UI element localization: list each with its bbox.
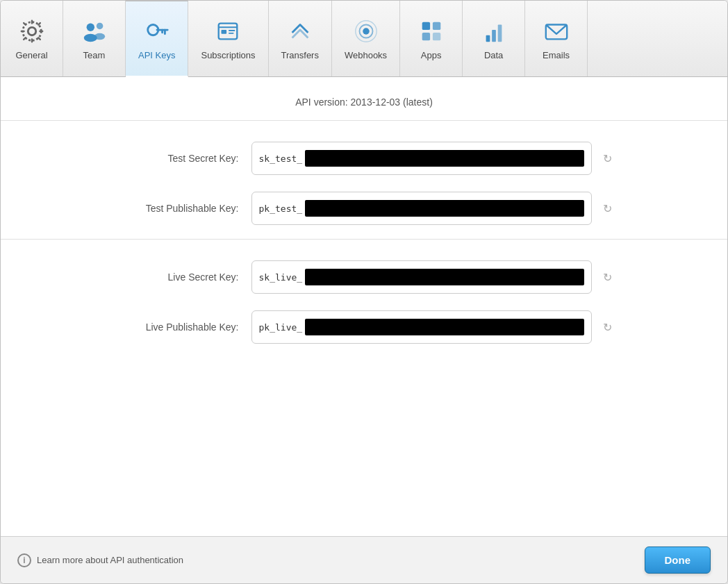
test-publishable-key-label: Test Publishable Key: xyxy=(113,203,251,214)
test-publishable-key-redacted xyxy=(305,200,584,217)
svg-rect-22 xyxy=(486,35,490,42)
live-publishable-key-input-container: pk_live_ xyxy=(251,310,592,344)
live-keys-section: Live Secret Key: sk_live_ ↻ Live Publish… xyxy=(1,240,727,358)
tab-webhooks[interactable]: Webhooks xyxy=(332,1,400,76)
live-publishable-key-prefix: pk_live_ xyxy=(259,322,303,333)
live-publishable-key-refresh-button[interactable]: ↻ xyxy=(599,319,616,335)
footer-info: i Learn more about API authentication xyxy=(17,553,183,567)
live-publishable-key-row: Live Publishable Key: pk_live_ ↻ xyxy=(1,310,727,344)
svg-rect-12 xyxy=(222,30,227,34)
team-icon xyxy=(80,17,109,46)
test-secret-key-row: Test Secret Key: sk_test_ ↻ xyxy=(1,142,727,175)
test-secret-key-prefix: sk_test_ xyxy=(259,153,303,164)
tab-emails[interactable]: Emails xyxy=(525,1,588,76)
test-secret-key-refresh-button[interactable]: ↻ xyxy=(599,151,616,167)
test-keys-section: Test Secret Key: sk_test_ ↻ Test Publish… xyxy=(1,121,727,240)
live-secret-key-redacted xyxy=(305,269,584,285)
tab-team-label: Team xyxy=(83,50,106,60)
tab-team[interactable]: Team xyxy=(63,1,126,76)
test-publishable-key-row: Test Publishable Key: pk_test_ ↻ xyxy=(1,192,727,225)
tab-data[interactable]: Data xyxy=(463,1,525,76)
tab-general[interactable]: General xyxy=(1,1,63,76)
test-publishable-key-refresh-button[interactable]: ↻ xyxy=(599,201,616,217)
tab-emails-label: Emails xyxy=(543,50,570,60)
info-icon: i xyxy=(17,553,31,567)
live-secret-key-prefix: sk_live_ xyxy=(259,272,303,283)
svg-point-15 xyxy=(363,28,370,35)
test-publishable-key-prefix: pk_test_ xyxy=(259,203,303,214)
key-icon xyxy=(142,17,172,46)
transfers-icon xyxy=(286,17,315,46)
api-version-text: API version: 2013-12-03 (latest) xyxy=(295,97,433,108)
svg-point-0 xyxy=(28,27,35,35)
tab-apps[interactable]: Apps xyxy=(400,1,463,76)
footer-info-text: Learn more about API authentication xyxy=(37,555,183,565)
test-secret-key-label: Test Secret Key: xyxy=(113,153,251,164)
svg-rect-18 xyxy=(422,22,429,30)
subscriptions-icon xyxy=(213,17,242,46)
svg-rect-23 xyxy=(492,30,496,42)
svg-rect-21 xyxy=(433,33,440,40)
svg-point-3 xyxy=(96,23,103,30)
tab-transfers-label: Transfers xyxy=(281,50,319,60)
main-content: API version: 2013-12-03 (latest) Test Se… xyxy=(1,77,727,536)
svg-rect-20 xyxy=(422,33,429,40)
live-publishable-key-label: Live Publishable Key: xyxy=(113,322,251,333)
tab-general-label: General xyxy=(15,50,47,60)
tab-subscriptions-label: Subscriptions xyxy=(201,50,255,60)
api-version-bar: API version: 2013-12-03 (latest) xyxy=(1,77,727,121)
live-secret-key-row: Live Secret Key: sk_live_ ↻ xyxy=(1,260,727,294)
tab-webhooks-label: Webhooks xyxy=(345,50,387,60)
test-publishable-key-input-container: pk_test_ xyxy=(251,192,592,225)
app-window: General Team xyxy=(0,0,728,584)
tab-transfers[interactable]: Transfers xyxy=(269,1,332,76)
webhooks-icon xyxy=(351,17,381,46)
done-button[interactable]: Done xyxy=(645,547,711,574)
footer-bar: i Learn more about API authentication Do… xyxy=(1,536,727,583)
svg-rect-24 xyxy=(497,25,502,42)
live-secret-key-refresh-button[interactable]: ↻ xyxy=(599,269,616,285)
emails-icon xyxy=(542,17,571,46)
svg-rect-19 xyxy=(433,22,440,30)
live-secret-key-input-container: sk_live_ xyxy=(251,260,592,294)
data-icon xyxy=(479,17,508,46)
nav-tabs: General Team xyxy=(1,1,727,77)
live-secret-key-label: Live Secret Key: xyxy=(113,272,251,283)
test-secret-key-redacted xyxy=(305,150,584,167)
tab-subscriptions[interactable]: Subscriptions xyxy=(188,1,268,76)
test-secret-key-input-container: sk_test_ xyxy=(251,142,592,175)
svg-point-2 xyxy=(86,24,94,31)
tab-data-label: Data xyxy=(484,50,503,60)
gear-icon xyxy=(17,17,47,46)
tab-apikeys-label: API Keys xyxy=(138,50,175,60)
tab-apps-label: Apps xyxy=(421,50,442,60)
apps-icon xyxy=(417,17,446,46)
live-publishable-key-redacted xyxy=(305,319,584,335)
svg-point-5 xyxy=(94,33,105,40)
tab-apikeys[interactable]: API Keys xyxy=(126,1,188,77)
